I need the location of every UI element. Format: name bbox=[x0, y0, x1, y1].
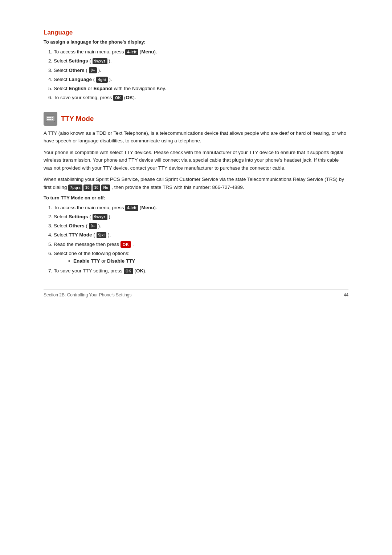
tty-s2-text: Select Settings ( bbox=[54, 214, 93, 219]
language-step-5: Select English or Español with the Navig… bbox=[54, 85, 348, 92]
svg-rect-3 bbox=[52, 117, 53, 118]
language-step-1: To access the main menu, press 4-left (M… bbox=[54, 48, 348, 56]
tty-s1-suffix: (Menu). bbox=[140, 205, 157, 210]
language-step-4: Select Language ( 4ghi ). bbox=[54, 76, 348, 83]
step4-text: Select Language ( bbox=[54, 77, 96, 82]
tty-icon bbox=[44, 112, 57, 126]
trs-keys: 7pqrs 10 10 No bbox=[68, 185, 110, 191]
language-steps-list: To access the main menu, press 4-left (M… bbox=[54, 48, 348, 102]
tty-step-1: To access the main menu, press 4-left (M… bbox=[54, 204, 348, 211]
tty-options-list: Enable TTY or Disable TTY bbox=[68, 257, 348, 265]
page-footer: Section 2B: Controlling Your Phone's Set… bbox=[44, 289, 348, 297]
tty-s1-text: To access the main menu, press bbox=[54, 205, 125, 210]
tty-step-6: Select one of the following options: Ena… bbox=[54, 250, 348, 265]
tty-s5-suffix: . bbox=[132, 242, 134, 247]
step3-text: Select Others ( bbox=[54, 68, 89, 73]
tty-s3-close: ). bbox=[98, 223, 101, 228]
menu-key-1: 4-left bbox=[125, 49, 138, 55]
enable-tty-label: Enable TTY or Disable TTY bbox=[73, 258, 135, 264]
tty-para3: When establishing your Sprint PCS Servic… bbox=[44, 175, 348, 191]
tty-mode-key: 5jkl bbox=[97, 232, 107, 238]
tty-s7-close: (OK). bbox=[134, 268, 146, 274]
others-key-1: 0+ bbox=[89, 67, 97, 73]
tty-option-enable-disable: Enable TTY or Disable TTY bbox=[68, 257, 348, 265]
footer-left: Section 2B: Controlling Your Phone's Set… bbox=[44, 292, 131, 297]
ok-key-1: OK bbox=[113, 95, 123, 101]
svg-rect-2 bbox=[49, 117, 51, 118]
step1-text: To access the main menu, press bbox=[54, 49, 125, 54]
step1-menu-label: (Menu). bbox=[140, 49, 157, 54]
tty-section: TTY Mode A TTY (also known as a TDD or T… bbox=[44, 112, 348, 275]
tty-ok-key: OK bbox=[124, 268, 133, 274]
language-step-3: Select Others ( 0+ ). bbox=[54, 67, 348, 74]
tty-step-7: To save your TTY setting, press OK (OK). bbox=[54, 267, 348, 275]
tty-step-4: Select TTY Mode ( 5jkl ). bbox=[54, 231, 348, 239]
tty-title: TTY Mode bbox=[61, 115, 94, 123]
step2-text: Select Settings ( bbox=[54, 58, 93, 64]
tty-step-5: Read the message then press OK . bbox=[54, 241, 348, 248]
svg-rect-4 bbox=[47, 119, 49, 120]
tty-para3-suffix: , then provide the state TRS with this n… bbox=[111, 185, 244, 190]
tty-s7-text: To save your TTY setting, press bbox=[54, 268, 124, 274]
tty-others-key: 0+ bbox=[89, 223, 97, 229]
step2-close: ). bbox=[109, 58, 111, 64]
tty-subtitle: To turn TTY Mode on or off: bbox=[44, 195, 348, 200]
trs-key-1a: 10 bbox=[83, 185, 91, 191]
step6-text: To save your setting, press bbox=[54, 95, 113, 100]
svg-rect-6 bbox=[52, 119, 53, 120]
language-section: Language To assign a language for the ph… bbox=[44, 29, 348, 102]
tty-s5-text: Read the message then press bbox=[54, 242, 121, 247]
tty-menu-key: 4-left bbox=[125, 205, 138, 211]
tty-s4-text: Select TTY Mode ( bbox=[54, 232, 97, 238]
tty-settings-key: 9wxyz bbox=[93, 214, 107, 220]
step5-text: Select English or Español with the Navig… bbox=[54, 86, 166, 91]
language-step-2: Select Settings ( 9wxyz ). bbox=[54, 57, 348, 65]
language-key: 4ghi bbox=[96, 77, 108, 83]
tty-para2: Your phone is compatible with select TTY… bbox=[44, 149, 348, 172]
footer-right: 44 bbox=[344, 292, 348, 297]
language-subtitle: To assign a language for the phone's dis… bbox=[44, 39, 348, 45]
trs-key-no: No bbox=[101, 185, 110, 191]
tty-para1: A TTY (also known as a TDD or Text Telep… bbox=[44, 129, 348, 145]
trs-key-1b: 10 bbox=[93, 185, 101, 191]
tty-s4-close: ). bbox=[108, 232, 111, 238]
tty-s3-text: Select Others ( bbox=[54, 223, 89, 228]
language-step-6: To save your setting, press OK (OK). bbox=[54, 94, 348, 101]
tty-step-2: Select Settings ( 9wxyz ). bbox=[54, 213, 348, 220]
tty-step-3: Select Others ( 0+ ). bbox=[54, 222, 348, 230]
tty-icon-svg bbox=[45, 114, 56, 124]
tty-header: TTY Mode bbox=[44, 112, 348, 126]
step4-close: ). bbox=[109, 77, 112, 82]
step6-close: (OK). bbox=[124, 95, 136, 100]
tty-ok-sm-key: OK bbox=[121, 241, 131, 248]
svg-rect-1 bbox=[47, 117, 49, 118]
tty-s2-close: ). bbox=[109, 214, 111, 219]
language-title: Language bbox=[44, 29, 348, 36]
settings-key-1: 9wxyz bbox=[93, 58, 107, 64]
svg-rect-5 bbox=[49, 119, 51, 120]
tty-s6-text: Select one of the following options: bbox=[54, 251, 130, 256]
trs-key-7: 7pqrs bbox=[68, 185, 82, 191]
step3-close: ). bbox=[98, 68, 101, 73]
tty-steps-list: To access the main menu, press 4-left (M… bbox=[54, 204, 348, 275]
